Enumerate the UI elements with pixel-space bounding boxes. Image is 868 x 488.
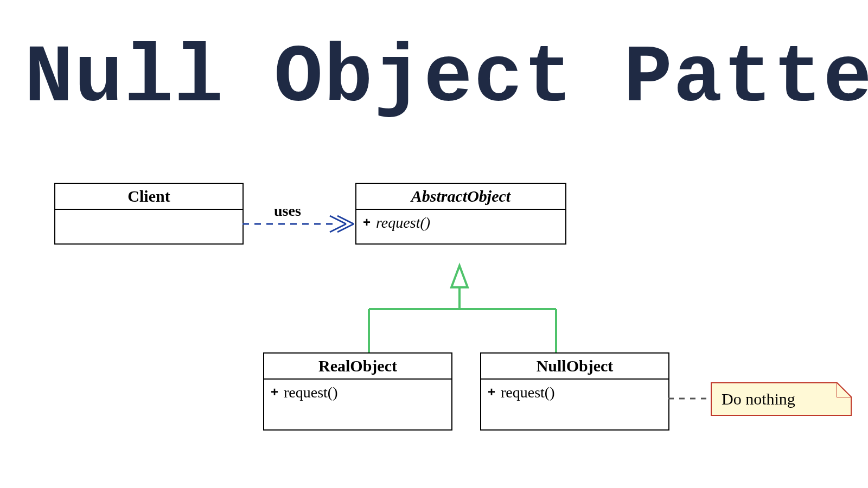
visibility-marker: +	[488, 384, 495, 399]
uml-note: Do nothing	[711, 382, 852, 416]
uml-class-client-name: Client	[55, 184, 242, 210]
uml-class-abstract: AbstractObject +request()	[355, 183, 566, 245]
dependency-arrow-icon	[330, 216, 354, 232]
uml-class-real: RealObject +request()	[263, 352, 452, 431]
uml-method: request()	[376, 214, 430, 231]
uml-class-null-name: NullObject	[481, 354, 668, 380]
inherit-arrow-icon	[451, 266, 468, 287]
uml-note-text: Do nothing	[722, 390, 795, 408]
visibility-marker: +	[363, 215, 371, 229]
uml-class-abstract-body: +request()	[356, 210, 565, 243]
uml-class-null-body: +request()	[481, 380, 668, 429]
uml-class-abstract-name: AbstractObject	[356, 184, 565, 210]
uml-class-client: Client	[54, 183, 244, 245]
uml-class-client-body	[55, 210, 242, 243]
uml-class-real-name: RealObject	[264, 354, 451, 380]
uml-class-real-body: +request()	[264, 380, 451, 429]
uml-method: request()	[501, 384, 555, 401]
note-fold-border-icon	[837, 382, 852, 397]
relation-label-uses: uses	[274, 202, 301, 220]
visibility-marker: +	[271, 384, 278, 399]
uml-class-null: NullObject +request()	[480, 352, 669, 431]
uml-method: request()	[284, 384, 338, 401]
page-title: Null Object Pattern	[24, 33, 868, 125]
